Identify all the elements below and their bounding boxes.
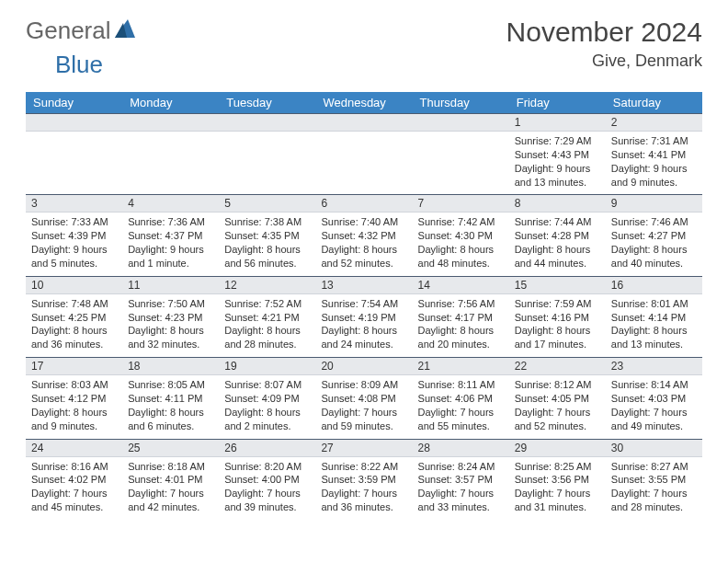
sunrise-text: Sunrise: 8:24 AM	[418, 460, 504, 474]
day-cell: 2Sunrise: 7:31 AMSunset: 4:41 PMDaylight…	[606, 113, 702, 194]
day-number: 8	[509, 194, 606, 213]
week-row: 10Sunrise: 7:48 AMSunset: 4:25 PMDayligh…	[26, 276, 702, 357]
day-number: 26	[219, 439, 315, 457]
sunset-text: Sunset: 4:06 PM	[418, 392, 504, 406]
day-info: Sunrise: 8:11 AMSunset: 4:06 PMDaylight:…	[413, 375, 509, 438]
day-cell: 27Sunrise: 8:22 AMSunset: 3:59 PMDayligh…	[315, 439, 412, 520]
day-info: Sunrise: 8:25 AMSunset: 3:56 PMDaylight:…	[509, 457, 606, 520]
logo-word2: Blue	[55, 51, 103, 79]
sunrise-text: Sunrise: 7:44 AM	[515, 215, 600, 229]
daylight-text: Daylight: 8 hours and 52 minutes.	[321, 243, 406, 270]
title-block: November 2024 Give, Denmark	[506, 17, 702, 71]
daylight-text: Daylight: 8 hours and 48 minutes.	[418, 243, 504, 270]
sunset-text: Sunset: 4:27 PM	[611, 229, 697, 243]
daylight-text: Daylight: 8 hours and 28 minutes.	[224, 324, 310, 351]
calendar-table: SundayMondayTuesdayWednesdayThursdayFrid…	[26, 92, 702, 520]
day-info: Sunrise: 7:40 AMSunset: 4:32 PMDaylight:…	[315, 213, 412, 275]
day-number: 27	[315, 439, 412, 457]
day-number: 18	[122, 357, 219, 375]
day-info: Sunrise: 8:09 AMSunset: 4:08 PMDaylight:…	[315, 375, 412, 438]
day-number: 16	[606, 276, 702, 294]
daylight-text: Daylight: 8 hours and 24 minutes.	[321, 324, 406, 351]
day-cell: 18Sunrise: 8:05 AMSunset: 4:11 PMDayligh…	[122, 357, 219, 438]
sunrise-text: Sunrise: 8:11 AM	[418, 378, 504, 392]
day-cell: 6Sunrise: 7:40 AMSunset: 4:32 PMDaylight…	[315, 194, 412, 275]
day-cell: 24Sunrise: 8:16 AMSunset: 4:02 PMDayligh…	[26, 439, 122, 520]
month-title: November 2024	[506, 17, 702, 48]
logo: General	[26, 17, 137, 45]
sunset-text: Sunset: 4:37 PM	[128, 229, 213, 243]
sunset-text: Sunset: 3:55 PM	[611, 473, 697, 487]
daylight-text: Daylight: 8 hours and 36 minutes.	[31, 324, 117, 351]
sunset-text: Sunset: 4:23 PM	[128, 311, 213, 325]
day-cell: 12Sunrise: 7:52 AMSunset: 4:21 PMDayligh…	[219, 276, 315, 357]
day-info: Sunrise: 8:16 AMSunset: 4:02 PMDaylight:…	[26, 457, 122, 520]
week-row: 1Sunrise: 7:29 AMSunset: 4:43 PMDaylight…	[26, 113, 702, 194]
sunset-text: Sunset: 4:11 PM	[128, 392, 213, 406]
daylight-text: Daylight: 8 hours and 40 minutes.	[611, 243, 697, 270]
day-number: 23	[606, 357, 702, 375]
daylight-text: Daylight: 8 hours and 9 minutes.	[31, 406, 117, 433]
day-cell: 10Sunrise: 7:48 AMSunset: 4:25 PMDayligh…	[26, 276, 122, 357]
day-number: 10	[26, 276, 122, 294]
calendar-body: 1Sunrise: 7:29 AMSunset: 4:43 PMDaylight…	[26, 113, 702, 520]
sunset-text: Sunset: 4:05 PM	[515, 392, 600, 406]
day-number: 7	[413, 194, 509, 213]
sunrise-text: Sunrise: 8:18 AM	[128, 460, 213, 474]
day-info: Sunrise: 7:33 AMSunset: 4:39 PMDaylight:…	[26, 213, 122, 275]
day-cell	[315, 113, 412, 194]
day-info: Sunrise: 7:29 AMSunset: 4:43 PMDaylight:…	[509, 132, 606, 194]
dayname-saturday: Saturday	[606, 92, 702, 113]
day-cell: 22Sunrise: 8:12 AMSunset: 4:05 PMDayligh…	[509, 357, 606, 438]
daylight-text: Daylight: 9 hours and 5 minutes.	[31, 243, 117, 270]
day-info: Sunrise: 7:59 AMSunset: 4:16 PMDaylight:…	[509, 294, 606, 357]
logo-word1: General	[26, 17, 111, 45]
dayname-tuesday: Tuesday	[219, 92, 315, 113]
sunset-text: Sunset: 4:35 PM	[224, 229, 310, 243]
day-info: Sunrise: 7:36 AMSunset: 4:37 PMDaylight:…	[122, 213, 219, 275]
week-row: 3Sunrise: 7:33 AMSunset: 4:39 PMDaylight…	[26, 194, 702, 275]
sunrise-text: Sunrise: 8:25 AM	[515, 460, 600, 474]
day-cell: 26Sunrise: 8:20 AMSunset: 4:00 PMDayligh…	[219, 439, 315, 520]
sunset-text: Sunset: 4:30 PM	[418, 229, 504, 243]
day-info: Sunrise: 7:31 AMSunset: 4:41 PMDaylight:…	[606, 132, 702, 194]
sunrise-text: Sunrise: 7:50 AM	[128, 297, 213, 311]
day-cell	[413, 113, 509, 194]
sunset-text: Sunset: 4:39 PM	[31, 229, 117, 243]
day-info: Sunrise: 7:54 AMSunset: 4:19 PMDaylight:…	[315, 294, 412, 357]
day-number: 14	[413, 276, 509, 294]
day-cell: 13Sunrise: 7:54 AMSunset: 4:19 PMDayligh…	[315, 276, 412, 357]
day-number: 25	[122, 439, 219, 457]
daylight-text: Daylight: 9 hours and 9 minutes.	[611, 162, 697, 190]
day-cell: 3Sunrise: 7:33 AMSunset: 4:39 PMDaylight…	[26, 194, 122, 275]
day-info: Sunrise: 8:22 AMSunset: 3:59 PMDaylight:…	[315, 457, 412, 520]
day-number: 4	[122, 194, 219, 213]
day-number: 30	[606, 439, 702, 457]
sunrise-text: Sunrise: 8:20 AM	[224, 460, 310, 474]
sunrise-text: Sunrise: 8:09 AM	[321, 378, 406, 392]
sunrise-text: Sunrise: 8:16 AM	[31, 460, 117, 474]
sunset-text: Sunset: 4:02 PM	[31, 473, 117, 487]
daylight-text: Daylight: 7 hours and 55 minutes.	[418, 406, 504, 433]
sunset-text: Sunset: 4:17 PM	[418, 311, 504, 325]
day-info: Sunrise: 8:18 AMSunset: 4:01 PMDaylight:…	[122, 457, 219, 520]
day-cell: 30Sunrise: 8:27 AMSunset: 3:55 PMDayligh…	[606, 439, 702, 520]
day-number: 21	[413, 357, 509, 375]
daylight-text: Daylight: 7 hours and 59 minutes.	[321, 406, 406, 433]
day-cell: 25Sunrise: 8:18 AMSunset: 4:01 PMDayligh…	[122, 439, 219, 520]
sunset-text: Sunset: 4:19 PM	[321, 311, 406, 325]
daylight-text: Daylight: 7 hours and 45 minutes.	[31, 487, 117, 514]
sunrise-text: Sunrise: 7:59 AM	[515, 297, 600, 311]
day-cell: 14Sunrise: 7:56 AMSunset: 4:17 PMDayligh…	[413, 276, 509, 357]
day-info: Sunrise: 7:38 AMSunset: 4:35 PMDaylight:…	[219, 213, 315, 275]
day-info: Sunrise: 7:46 AMSunset: 4:27 PMDaylight:…	[606, 213, 702, 275]
daylight-text: Daylight: 7 hours and 36 minutes.	[321, 487, 406, 514]
dayname-friday: Friday	[509, 92, 606, 113]
dayname-wednesday: Wednesday	[315, 92, 412, 113]
sunrise-text: Sunrise: 7:42 AM	[418, 215, 504, 229]
day-number: 3	[26, 194, 122, 213]
dayname-monday: Monday	[122, 92, 219, 113]
day-info: Sunrise: 8:20 AMSunset: 4:00 PMDaylight:…	[219, 457, 315, 520]
sunset-text: Sunset: 4:28 PM	[515, 229, 600, 243]
day-number: 20	[315, 357, 412, 375]
